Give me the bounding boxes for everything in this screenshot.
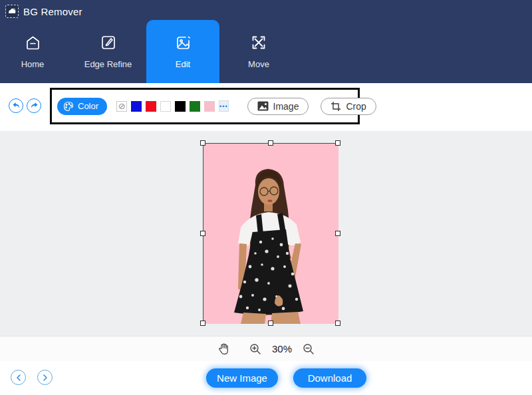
selected-image[interactable] xyxy=(203,143,338,323)
color-swatch-row: ⊘ xyxy=(116,101,215,112)
chevron-right-icon xyxy=(43,374,48,381)
swatch-pink[interactable] xyxy=(204,101,215,112)
crop-button[interactable]: Crop xyxy=(321,98,376,115)
zoom-in-icon xyxy=(249,343,261,355)
resize-handle-s[interactable] xyxy=(268,321,273,326)
resize-handle-nw[interactable] xyxy=(200,140,205,146)
edge-refine-icon xyxy=(100,33,117,52)
new-image-button[interactable]: New Image xyxy=(206,368,278,388)
tab-edit-label: Edit xyxy=(176,59,190,69)
annotation-highlight-box: Color ⊘ ••• Image Crop xyxy=(50,88,360,124)
tab-move-label: Move xyxy=(248,59,269,69)
tab-edge-refine-label: Edge Refine xyxy=(84,59,132,69)
redo-arrow-icon xyxy=(30,102,39,110)
zoom-in-button[interactable] xyxy=(248,342,263,356)
brand: BG Remover xyxy=(5,5,82,18)
color-button[interactable]: Color xyxy=(57,98,107,115)
more-colors-button[interactable]: ••• xyxy=(219,100,228,112)
tab-home[interactable]: Home xyxy=(7,20,59,83)
pan-tool-button[interactable] xyxy=(216,342,231,356)
tab-edge-refine[interactable]: Edge Refine xyxy=(73,20,143,83)
move-icon xyxy=(250,33,267,52)
swatch-blue[interactable] xyxy=(131,101,142,112)
undo-arrow-icon xyxy=(12,102,21,110)
home-icon xyxy=(24,33,42,52)
footer-bar: New Image Download xyxy=(0,361,532,395)
crop-icon xyxy=(331,101,341,112)
next-button[interactable] xyxy=(37,370,53,385)
zoom-controls: 30% xyxy=(0,336,532,361)
bg-remover-logo-icon xyxy=(5,5,19,18)
subject-photo xyxy=(203,144,338,324)
download-button[interactable]: Download xyxy=(293,368,366,388)
app-header: BG Remover Home Edge Refine xyxy=(0,0,532,83)
app-title: BG Remover xyxy=(23,6,82,17)
tab-home-label: Home xyxy=(21,59,45,69)
resize-handle-n[interactable] xyxy=(268,140,273,146)
color-button-label: Color xyxy=(78,101,98,111)
palette-icon xyxy=(63,101,74,112)
zoom-out-button[interactable] xyxy=(301,342,316,356)
bg-remover-app: BG Remover Home Edge Refine xyxy=(0,0,532,395)
redo-button[interactable] xyxy=(27,98,41,113)
tab-move[interactable]: Move xyxy=(233,20,285,83)
chevron-left-icon xyxy=(16,374,21,381)
resize-handle-ne[interactable] xyxy=(335,140,340,146)
image-button-label: Image xyxy=(273,101,299,112)
resize-handle-sw[interactable] xyxy=(200,321,205,326)
resize-handle-se[interactable] xyxy=(335,321,340,326)
image-icon xyxy=(257,101,269,111)
prev-button[interactable] xyxy=(11,370,26,385)
swatch-white[interactable] xyxy=(160,101,171,112)
zoom-out-icon xyxy=(303,343,315,355)
edit-image-icon xyxy=(174,33,192,52)
undo-button[interactable] xyxy=(9,98,23,113)
resize-handle-e[interactable] xyxy=(335,231,340,236)
swatch-green[interactable] xyxy=(190,101,200,112)
image-button[interactable]: Image xyxy=(247,98,309,115)
swatch-red[interactable] xyxy=(146,101,156,112)
hand-icon xyxy=(218,343,229,355)
tab-edit[interactable]: Edit xyxy=(146,20,219,83)
zoom-level-value: 30% xyxy=(272,343,292,354)
swatch-none[interactable]: ⊘ xyxy=(116,101,127,112)
editor-canvas xyxy=(0,131,532,336)
edit-toolbar: Color ⊘ ••• Image Crop xyxy=(0,83,532,131)
swatch-black[interactable] xyxy=(175,101,186,112)
crop-button-label: Crop xyxy=(346,101,366,112)
resize-handle-w[interactable] xyxy=(200,231,205,236)
